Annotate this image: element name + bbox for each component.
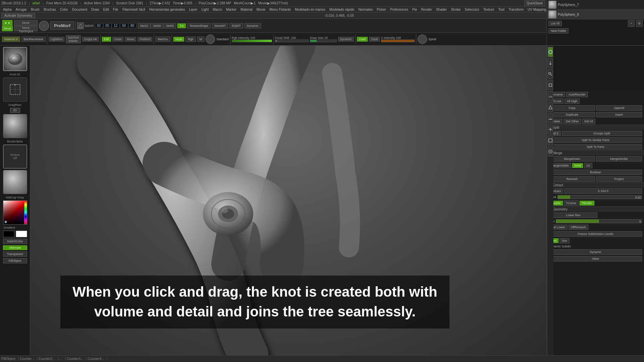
move-topo-btn[interactable]: Move — [14, 20, 38, 25]
store-mt-btn[interactable]: StoreMT — [212, 23, 228, 28]
s-smt-btn[interactable]: S Smt 5 — [564, 188, 642, 194]
z-intensity-slider[interactable] — [381, 40, 415, 42]
menu-arrugar[interactable]: Arrugar — [14, 7, 29, 12]
num-50[interactable]: 50 — [120, 23, 128, 28]
polysphere8-thumb[interactable] — [548, 10, 556, 18]
menu-layer[interactable]: Layer — [187, 7, 199, 12]
menu-tool[interactable]: Tool — [497, 7, 506, 12]
weld-btn[interactable]: Weld — [572, 163, 583, 168]
boolean-btn[interactable]: Boolean — [549, 170, 642, 175]
menu-modelado[interactable]: Modelado en manos — [293, 7, 327, 12]
zapp-link-btn[interactable]: ZAppLink — [82, 37, 99, 42]
num-80[interactable]: 80 — [128, 23, 137, 28]
tcorne-btn[interactable]: TCorne — [564, 200, 579, 206]
menu-material[interactable]: Material — [239, 7, 254, 12]
aahalf-icon[interactable]: AA — [548, 91, 553, 101]
all-high-btn[interactable]: All High — [565, 99, 580, 104]
dynamic-toggle-btn[interactable]: Dynamic — [549, 249, 642, 255]
menu-flotante[interactable]: Menu Flotante — [268, 7, 292, 12]
menu-seleccion[interactable]: Seleccion — [463, 7, 481, 12]
merge-similar-btn[interactable]: MergeSimilar — [596, 156, 642, 162]
other-btn[interactable]: Other — [549, 256, 642, 261]
swatch-black[interactable] — [3, 231, 14, 237]
off-remesh-btn[interactable]: OffRemesh — [569, 225, 588, 230]
menu-light[interactable]: Light — [200, 7, 210, 12]
fill-object-btn[interactable]: FillObject — [3, 258, 27, 263]
spiral-brush-icon[interactable] — [418, 35, 427, 44]
duplicate-btn[interactable]: Duplicate — [549, 112, 595, 117]
copy-btn[interactable]: Copy — [549, 105, 595, 111]
3d-label[interactable]: 3D — [10, 108, 20, 113]
uv-btn[interactable]: Uv — [584, 163, 592, 168]
list-add-btn[interactable]: + — [628, 20, 635, 27]
split-section-header[interactable]: ▶ Split — [547, 125, 644, 130]
floor-icon[interactable] — [548, 113, 553, 123]
color-picker[interactable] — [3, 200, 27, 225]
split-to-parts-btn[interactable]: Split To Parts — [549, 144, 642, 149]
groups-split-btn[interactable]: Groups Split — [562, 131, 642, 136]
material4-btn[interactable]: Material 4 — [2, 37, 20, 42]
freeze-sub-btn[interactable]: Freeze SubDivision Levels — [549, 231, 642, 237]
quick-save-button[interactable]: QuickSave — [524, 0, 545, 6]
new-folder-btn[interactable]: New Folder — [548, 28, 569, 34]
tool-knot02[interactable] — [3, 47, 27, 71]
menu-alpha[interactable]: Alpha — [1, 7, 13, 12]
suv-btn[interactable]: Suv — [559, 238, 570, 243]
menu-document[interactable]: Document — [70, 7, 89, 12]
polysphere7-thumb[interactable] — [548, 1, 556, 9]
dynamic-btn[interactable]: Dynamic — [245, 23, 261, 28]
menu-macro[interactable]: Macro — [211, 7, 224, 12]
set10-btn[interactable]: Set10 — [138, 23, 151, 28]
dynamic-mode-btn[interactable]: Dynamic — [338, 37, 354, 42]
brush-circle[interactable]: ○ — [39, 21, 49, 31]
tool-texture-off[interactable]: TextureOff — [3, 144, 27, 169]
edit-btn[interactable]: Edit — [102, 37, 111, 42]
list-all-btn[interactable]: List All — [548, 21, 562, 26]
menu-modelado-rapido[interactable]: Modelado rápido — [328, 7, 356, 12]
mer-gru-btn[interactable]: MerGru — [155, 37, 170, 42]
move-icon[interactable] — [548, 124, 553, 134]
zsub-btn[interactable]: Zsub — [369, 37, 380, 42]
draw-btn[interactable]: Draw — [112, 37, 123, 42]
tool-matcap-gray[interactable] — [3, 170, 27, 194]
menu-transform[interactable]: Transform — [507, 7, 525, 12]
switch-color-btn[interactable]: SwitchColor — [3, 239, 27, 244]
menu-marker[interactable]: Marker — [224, 7, 238, 12]
premorf-btn[interactable]: PreMorf — [138, 37, 152, 42]
alternate-btn[interactable]: Alternate — [3, 245, 27, 250]
mrpb-btn[interactable]: Mrpb — [173, 37, 184, 42]
set20-btn[interactable]: Set20 — [151, 23, 163, 28]
lower-res-btn[interactable]: Lower Res — [549, 213, 597, 218]
zadd-btn[interactable]: Zadd — [357, 37, 368, 42]
move-btn[interactable]: Move — [2, 26, 13, 31]
menu-stroke[interactable]: Stroke — [449, 7, 462, 12]
menu-render[interactable]: Render — [419, 7, 434, 12]
menu-uv-mapping[interactable]: UV Mapping — [526, 7, 548, 12]
tool-brushalpha[interactable] — [3, 114, 27, 138]
merge-section-header[interactable]: ▶ Merge — [547, 150, 644, 156]
menu-edit[interactable]: Edit — [102, 7, 111, 12]
num-02[interactable]: 02 — [95, 23, 103, 28]
backface-mask-btn[interactable]: BackfaceMask — [21, 37, 46, 42]
remesh-btn[interactable]: Remesh — [549, 176, 595, 182]
sdiv-slider[interactable]: 5 — [556, 219, 642, 223]
standard-brush-icon[interactable] — [206, 35, 215, 44]
activate-symmetry-button[interactable]: Activate Symmetry — [1, 13, 35, 18]
append-btn[interactable]: Append — [596, 105, 642, 111]
list-settings-btn[interactable]: ⚙ — [636, 20, 643, 27]
focal-shift-slider[interactable] — [275, 40, 309, 42]
transparent-btn[interactable]: Transparent — [3, 251, 27, 257]
m-btn[interactable]: M — [197, 37, 205, 42]
menu-color[interactable]: Color — [58, 7, 70, 12]
menu-fibermesh[interactable]: Fibermesh fácil — [121, 7, 147, 12]
zoom-icon[interactable] — [548, 69, 553, 79]
menu-normales[interactable]: Normales — [357, 7, 374, 12]
menu-pie[interactable]: Pie — [411, 7, 419, 12]
tborder-btn[interactable]: TBorder — [580, 201, 595, 205]
persp-icon[interactable] — [548, 102, 553, 112]
menu-picker[interactable]: Picker — [375, 7, 388, 12]
dqmt-btn[interactable]: DQMT — [229, 23, 243, 28]
extract-section-header[interactable]: ▶ Extract — [547, 182, 644, 188]
thick-slider[interactable]: 0.02 — [557, 195, 642, 199]
testore-shape-btn[interactable]: TestoreShape — [187, 23, 211, 28]
